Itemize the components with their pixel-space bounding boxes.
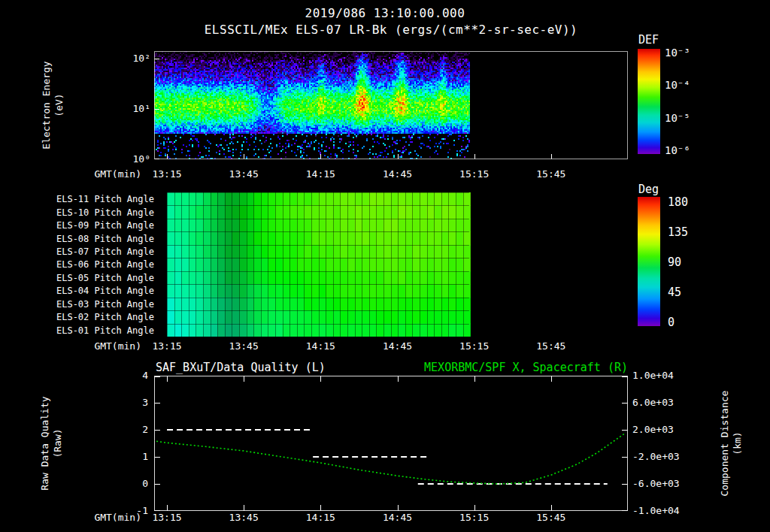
energy-axis-label: Electron Energy (eV) [39,23,66,188]
gmt-tick-label: 14:15 [299,340,341,352]
energy-ytick-label: 10⁰ [113,153,150,165]
gmt-tick-label: 13:45 [223,168,265,180]
quality-ytick-label: 2 [105,424,148,435]
gmt-tick-label: 14:15 [299,168,341,180]
flux-colorbar [638,49,660,154]
flux-colorbar-tick-label: 10⁻⁶ [665,144,690,156]
quality-ytick-label: 0 [105,478,148,489]
deg-colorbar-tick-label: 45 [668,286,681,299]
gmt-tick-label: 15:15 [453,168,496,180]
distance-ytick-label: 1.0e+04 [632,370,693,381]
plot-page: 2019/086 13:10:00.000 ELSSCIL/MEx ELS-07… [0,0,770,532]
gmt-tick-label: 15:15 [453,340,496,352]
deg-colorbar-tick-label: 180 [668,195,688,209]
distance-axis-label-line1: Component Distance [718,391,731,497]
distance-ytick-label: -1.0e+04 [632,505,693,516]
pitch-row-label: ELS-11 Pitch Angle [45,194,154,204]
gmt-axis-label-3: GMT(min) [72,512,141,523]
gmt-axis-label-1: GMT(min) [72,168,141,180]
distance-ytick-label: -6.0e+03 [632,478,693,489]
quality-ytick-label: 3 [105,397,148,408]
gmt-tick-label: 14:45 [377,340,419,352]
deg-colorbar-title: Deg [638,183,659,196]
pitch-row-label: ELS-08 Pitch Angle [45,234,154,244]
page-title: 2019/086 13:10:00.000 [0,6,770,20]
pitch-row-label: ELS-01 Pitch Angle [45,325,154,336]
gmt-tick-label: 14:45 [377,512,419,523]
gmt-tick-label: 15:45 [530,168,572,180]
pitch-row-label: ELS-05 Pitch Angle [45,273,154,283]
distance-ytick-label: -2.0e+03 [632,451,693,462]
distance-axis-label: Component Distance (km) [717,361,744,526]
line-plot-canvas [154,376,628,511]
deg-colorbar-tick-label: 90 [668,255,681,269]
energy-ytick-label: 10² [113,53,150,64]
gmt-tick-label: 15:45 [530,340,572,352]
gmt-tick-label: 13:45 [223,512,265,523]
pitch-row-label: ELS-04 Pitch Angle [45,286,154,296]
gmt-tick-label: 14:15 [299,512,341,523]
line-left-title: SAF_BXuT/Data Quality (L) [156,361,326,374]
quality-axis-label: Raw Data Quality (Raw) [38,361,65,526]
gmt-tick-label: 15:45 [530,512,572,523]
pitch-row-label: ELS-07 Pitch Angle [45,246,154,257]
line-right-title: MEXORBMC/SPF X, Spacecraft (R) [327,361,628,374]
quality-ytick-label: 4 [105,370,148,381]
flux-colorbar-title: DEF [638,33,659,47]
pitch-row-label: ELS-02 Pitch Angle [45,312,154,322]
gmt-tick-label: 13:15 [146,340,188,352]
quality-axis-label-line2: (Raw) [51,428,64,458]
energy-ytick-label: 10¹ [113,103,150,114]
gmt-tick-label: 15:15 [453,512,496,523]
energy-axis-label-line1: Electron Energy [40,61,53,149]
pitch-row-label: ELS-03 Pitch Angle [45,299,154,310]
deg-colorbar-tick-label: 0 [668,316,675,329]
pitch-row-label: ELS-06 Pitch Angle [45,259,154,270]
pitch-row-label: ELS-09 Pitch Angle [45,220,154,231]
electron-energy-spectrogram-canvas [154,51,628,159]
gmt-tick-label: 14:45 [377,168,419,180]
gmt-tick-label: 13:15 [146,168,188,180]
gmt-tick-label: 13:15 [146,512,188,523]
flux-colorbar-tick-label: 10⁻⁵ [665,112,690,124]
quality-ytick-label: 1 [105,451,148,462]
deg-colorbar [638,197,660,326]
energy-axis-label-line2: (eV) [53,93,65,116]
flux-colorbar-tick-label: 10⁻³ [665,47,690,59]
distance-ytick-label: 6.0e+03 [632,397,693,408]
deg-colorbar-tick-label: 135 [668,225,688,239]
gmt-axis-label-2: GMT(min) [72,340,141,352]
flux-colorbar-tick-label: 10⁻⁴ [665,79,690,91]
gmt-tick-label: 13:45 [223,340,265,352]
distance-ytick-label: 2.0e+03 [632,424,693,435]
distance-axis-label-line2: (km) [731,431,744,455]
pitch-row-label: ELS-10 Pitch Angle [45,207,154,218]
pitch-angle-canvas [154,192,628,337]
quality-axis-label-line1: Raw Data Quality [38,396,51,490]
